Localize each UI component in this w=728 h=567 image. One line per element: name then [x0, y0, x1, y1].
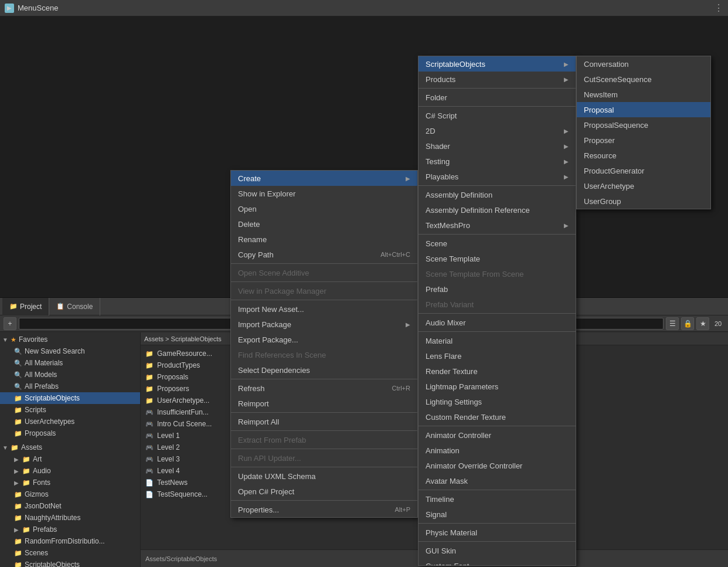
ctx2-material[interactable]: Material	[419, 333, 576, 348]
ctx2-scene-template[interactable]: Scene Template	[419, 251, 576, 266]
ctx-open[interactable]: Open	[231, 201, 417, 216]
sidebar-item-fonts[interactable]: ▶ 📁 Fonts	[0, 477, 140, 488]
ctx2-scene-template-from-scene: Scene Template From Scene	[419, 266, 576, 281]
ctx2-assembly-def[interactable]: Assembly Definition	[419, 187, 576, 202]
copy-path-shortcut: Alt+Ctrl+C	[380, 251, 410, 258]
ctx3-resource[interactable]: Resource	[577, 148, 710, 163]
sidebar-item-all-models[interactable]: 🔍 All Models	[0, 369, 140, 381]
ctx2-animator-controller[interactable]: Animator Controller	[419, 427, 576, 443]
ctx2-signal[interactable]: Signal	[419, 507, 576, 522]
ctx-create[interactable]: Create ▶	[231, 171, 417, 186]
ctx2-lens-flare[interactable]: Lens Flare	[419, 348, 576, 364]
sidebar-favorites-header[interactable]: ▼ ★ Favorites	[0, 334, 140, 345]
ctx2-testing[interactable]: Testing ▶	[419, 154, 576, 169]
file-folder-icon-2: 📁	[145, 362, 154, 369]
sidebar-item-all-materials[interactable]: 🔍 All Materials	[0, 357, 140, 369]
console-tab-icon: 📋	[56, 303, 64, 310]
ctx2-prefab[interactable]: Prefab	[419, 281, 576, 297]
ctx2-csharp[interactable]: C# Script	[419, 108, 576, 123]
ctx2-products[interactable]: Products ▶	[419, 72, 576, 87]
ctx-delete[interactable]: Delete	[231, 216, 417, 232]
ctx2-sep-7	[419, 426, 576, 426]
sidebar-item-scriptableobjects[interactable]: 📁 ScriptableObjects	[0, 392, 140, 404]
sidebar-item-prefabs[interactable]: ▶ 📁 Prefabs	[0, 524, 140, 535]
file-game-icon-4: 🎮	[145, 444, 154, 451]
star-button[interactable]: ★	[696, 317, 709, 330]
sidebar-item-scenes[interactable]: 📁 Scenes	[0, 547, 140, 559]
ctx2-audio-mixer[interactable]: Audio Mixer	[419, 315, 576, 330]
sidebar-item-art[interactable]: ▶ 📁 Art	[0, 453, 140, 465]
tab-project[interactable]: 📁 Project	[2, 298, 49, 315]
ctx-reimport[interactable]: Reimport	[231, 396, 417, 411]
ctx2-animator-override[interactable]: Animator Override Controller	[419, 458, 576, 473]
sidebar-item-proposals[interactable]: 📁 Proposals	[0, 427, 140, 439]
file-folder-icon-5: 📁	[145, 397, 154, 405]
ctx-properties[interactable]: Properties... Alt+P	[231, 502, 417, 517]
ctx3-cutscene-sequence[interactable]: CutSceneSequence	[577, 72, 710, 87]
sidebar-item-audio[interactable]: ▶ 📁 Audio	[0, 465, 140, 477]
sidebar-assets-header[interactable]: ▼ 📁 Assets	[0, 442, 140, 453]
file-game-icon-2: 🎮	[145, 420, 154, 428]
ctx2-scriptableobjects[interactable]: ScriptableObjects ▶	[419, 56, 576, 72]
ctx3-proposer[interactable]: Proposer	[577, 133, 710, 148]
sidebar-item-jsondotnet[interactable]: 📁 JsonDotNet	[0, 500, 140, 512]
ctx2-physic-material[interactable]: Physic Material	[419, 525, 576, 540]
sidebar-item-new-saved-search[interactable]: 🔍 New Saved Search	[0, 345, 140, 357]
ctx2-lightmap-params[interactable]: Lightmap Parameters	[419, 379, 576, 394]
file-game-icon-3: 🎮	[145, 432, 154, 440]
ctx2-folder[interactable]: Folder	[419, 90, 576, 105]
ctx2-custom-font[interactable]: Custom Font	[419, 558, 576, 566]
sidebar-item-scripts[interactable]: 📁 Scripts	[0, 404, 140, 416]
ctx2-shader[interactable]: Shader ▶	[419, 138, 576, 154]
ctx-update-uxml[interactable]: Update UXML Schema	[231, 468, 417, 484]
ctx-rename[interactable]: Rename	[231, 232, 417, 247]
ctx-import-new-asset[interactable]: Import New Asset...	[231, 301, 417, 317]
ctx3-proposal[interactable]: Proposal	[577, 102, 710, 117]
ctx2-timeline[interactable]: Timeline	[419, 491, 576, 507]
sidebar-item-all-prefabs[interactable]: 🔍 All Prefabs	[0, 381, 140, 392]
ctx3-user-group[interactable]: UserGroup	[577, 193, 710, 209]
sidebar-item-scriptableobjects-asset[interactable]: 📁 ScriptableObjects	[0, 559, 140, 567]
project-tab-icon: 📁	[9, 303, 18, 310]
sidebar-item-userarchetypes[interactable]: 📁 UserArchetypes	[0, 416, 140, 427]
folder-icon-scenes: 📁	[14, 549, 22, 557]
ctx-copy-path[interactable]: Copy Path Alt+Ctrl+C	[231, 247, 417, 262]
sidebar-item-gizmos[interactable]: 📁 Gizmos	[0, 488, 140, 500]
filter-button[interactable]: ☰	[666, 317, 679, 330]
favorites-star-icon: ★	[11, 336, 16, 344]
lock-button[interactable]: 🔒	[681, 317, 694, 330]
add-button[interactable]: +	[4, 317, 16, 330]
ctx3-proposal-sequence[interactable]: ProposalSequence	[577, 117, 710, 133]
ctx3-conversation[interactable]: Conversation	[577, 56, 710, 72]
ctx2-textmeshpro[interactable]: TextMeshPro ▶	[419, 218, 576, 233]
tab-console[interactable]: 📋 Console	[49, 298, 100, 315]
ctx2-sep-1	[419, 88, 576, 89]
ctx2-playables[interactable]: Playables ▶	[419, 169, 576, 184]
ctx2-assembly-def-ref[interactable]: Assembly Definition Reference	[419, 202, 576, 218]
ctx3-product-generator[interactable]: ProductGenerator	[577, 163, 710, 178]
scene-menu-dots[interactable]: ⋮	[714, 2, 723, 13]
ctx3-user-archetype[interactable]: UserArchetype	[577, 178, 710, 193]
sidebar-item-randomfrom[interactable]: 📁 RandomFromDistributio...	[0, 535, 140, 547]
ctx-view-package-manager: View in Package Manager	[231, 283, 417, 298]
create-arrow-icon: ▶	[406, 175, 410, 182]
ctx-select-dependencies[interactable]: Select Dependencies	[231, 362, 417, 378]
sidebar-item-naughtyattributes[interactable]: 📁 NaughtyAttributes	[0, 512, 140, 524]
ctx-show-in-explorer[interactable]: Show in Explorer	[231, 186, 417, 201]
ctx2-lighting-settings[interactable]: Lighting Settings	[419, 394, 576, 409]
ctx3-news-item[interactable]: NewsItem	[577, 87, 710, 102]
ctx2-gui-skin[interactable]: GUI Skin	[419, 543, 576, 558]
ctx-open-csharp[interactable]: Open C# Project	[231, 484, 417, 499]
ctx-reimport-all[interactable]: Reimport All	[231, 414, 417, 429]
ctx2-2d[interactable]: 2D ▶	[419, 123, 576, 138]
ctx2-animation[interactable]: Animation	[419, 443, 576, 458]
ctx-refresh[interactable]: Refresh Ctrl+R	[231, 381, 417, 396]
ctx-export-package[interactable]: Export Package...	[231, 332, 417, 347]
ctx2-scene[interactable]: Scene	[419, 236, 576, 251]
ctx2-render-texture[interactable]: Render Texture	[419, 364, 576, 379]
ctx-import-package[interactable]: Import Package ▶	[231, 317, 417, 332]
ctx2-avatar-mask[interactable]: Avatar Mask	[419, 473, 576, 488]
folder-icon-audio: 📁	[22, 467, 30, 475]
art-arrow: ▶	[14, 456, 22, 463]
ctx2-custom-render-texture[interactable]: Custom Render Texture	[419, 409, 576, 425]
